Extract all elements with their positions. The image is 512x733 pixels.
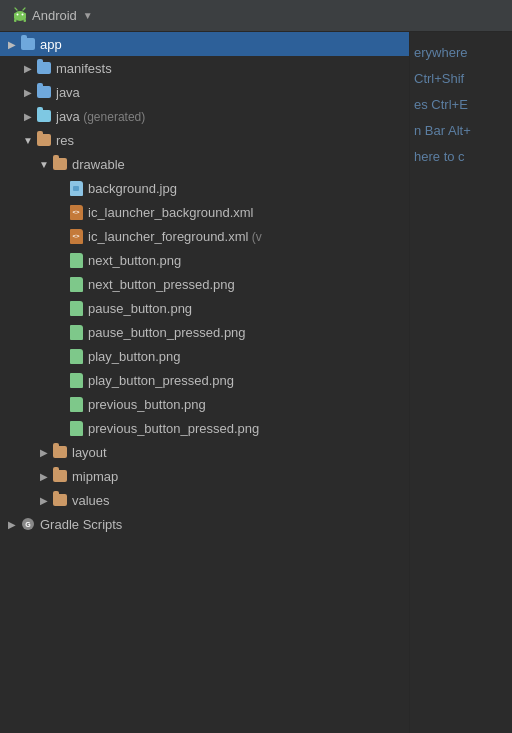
svg-point-3 (22, 14, 24, 16)
tree-item-res[interactable]: ▼res (0, 128, 409, 152)
xml-file-icon (68, 204, 84, 220)
tree-item-app[interactable]: ▶app (0, 32, 409, 56)
item-label: app (40, 37, 62, 52)
settings-button[interactable] (458, 5, 480, 27)
tree-item-previous-btn[interactable]: previous_button.png (0, 392, 409, 416)
item-label: res (56, 133, 74, 148)
image-file-icon (68, 180, 84, 196)
tree-item-manifests[interactable]: ▶manifests (0, 56, 409, 80)
tree-item-pause-btn[interactable]: pause_button.png (0, 296, 409, 320)
item-label: Gradle Scripts (40, 517, 122, 532)
toolbar: Android ▼ (0, 0, 512, 32)
item-label: ic_launcher_foreground.xml (v (88, 229, 262, 244)
item-label: play_button_pressed.png (88, 373, 234, 388)
item-label-secondary: (generated) (80, 110, 145, 124)
svg-rect-7 (24, 19, 27, 22)
arrow-icon: ▼ (36, 159, 52, 170)
folder-blue-icon (36, 60, 52, 76)
svg-point-2 (17, 14, 19, 16)
item-label: play_button.png (88, 349, 181, 364)
sync-button[interactable] (432, 5, 454, 27)
item-label: next_button.png (88, 253, 181, 268)
item-label: pause_button_pressed.png (88, 325, 246, 340)
svg-rect-1 (14, 13, 26, 19)
folder-res-icon (52, 444, 68, 460)
globe-button[interactable] (406, 5, 428, 27)
shortcut-here: here to c (414, 144, 508, 170)
folder-blue-icon (20, 36, 36, 52)
item-label: drawable (72, 157, 125, 172)
android-selector[interactable]: Android ▼ (6, 4, 99, 27)
png-file-icon (68, 348, 84, 364)
tree-item-ic-launcher-fg[interactable]: ic_launcher_foreground.xml (v (0, 224, 409, 248)
png-file-icon (68, 324, 84, 340)
item-label: java (generated) (56, 109, 145, 124)
tree-item-values[interactable]: ▶values (0, 488, 409, 512)
tree-item-next-btn-pressed[interactable]: next_button_pressed.png (0, 272, 409, 296)
tree-item-java[interactable]: ▶java (0, 80, 409, 104)
xml-file-icon (68, 228, 84, 244)
android-icon (12, 6, 28, 25)
item-label: pause_button.png (88, 301, 192, 316)
arrow-icon: ▶ (20, 87, 36, 98)
shortcut-everywhere: erywhere (414, 40, 508, 66)
item-label: next_button_pressed.png (88, 277, 235, 292)
tree-item-layout[interactable]: ▶layout (0, 440, 409, 464)
shortcut-ctrl-shift: Ctrl+Shif (414, 66, 508, 92)
svg-line-4 (15, 8, 17, 10)
arrow-icon: ▶ (36, 495, 52, 506)
arrow-icon: ▶ (36, 471, 52, 482)
arrow-icon: ▼ (20, 135, 36, 146)
android-label: Android (32, 8, 77, 23)
png-file-icon (68, 372, 84, 388)
arrow-icon: ▶ (36, 447, 52, 458)
png-file-icon (68, 420, 84, 436)
png-file-icon (68, 396, 84, 412)
arrow-icon: ▶ (20, 111, 36, 122)
tree-item-gradle-scripts[interactable]: ▶GGradle Scripts (0, 512, 409, 536)
folder-res-icon (36, 132, 52, 148)
folder-res-icon (52, 468, 68, 484)
tree-item-play-btn[interactable]: play_button.png (0, 344, 409, 368)
tree-item-java-gen[interactable]: ▶java (generated) (0, 104, 409, 128)
arrow-icon: ▶ (4, 519, 20, 530)
item-label: ic_launcher_background.xml (88, 205, 253, 220)
png-file-icon (68, 252, 84, 268)
item-label: background.jpg (88, 181, 177, 196)
tree-item-pause-btn-pressed[interactable]: pause_button_pressed.png (0, 320, 409, 344)
main-area: ▶app▶manifests▶java▶java (generated)▼res… (0, 32, 512, 733)
folder-special-icon (36, 108, 52, 124)
item-label: values (72, 493, 110, 508)
svg-line-5 (23, 8, 25, 10)
gradle-icon: G (20, 516, 36, 532)
file-tree: ▶app▶manifests▶java▶java (generated)▼res… (0, 32, 410, 733)
tree-item-previous-btn-pressed[interactable]: previous_button_pressed.png (0, 416, 409, 440)
arrow-icon: ▶ (20, 63, 36, 74)
item-label: layout (72, 445, 107, 460)
item-label-secondary: (v (248, 230, 261, 244)
png-file-icon (68, 276, 84, 292)
tree-item-ic-launcher-bg[interactable]: ic_launcher_background.xml (0, 200, 409, 224)
folder-res-icon (52, 492, 68, 508)
tree-item-next-btn[interactable]: next_button.png (0, 248, 409, 272)
arrow-icon: ▶ (4, 39, 20, 50)
chevron-down-icon: ▼ (83, 10, 93, 21)
shortcut-alt: n Bar Alt+ (414, 118, 508, 144)
svg-text:G: G (25, 521, 31, 528)
item-label: manifests (56, 61, 112, 76)
tree-item-background-jpg[interactable]: background.jpg (0, 176, 409, 200)
item-label: mipmap (72, 469, 118, 484)
minimize-button[interactable] (484, 5, 506, 27)
item-label: java (56, 85, 80, 100)
svg-rect-6 (14, 19, 17, 22)
item-label: previous_button_pressed.png (88, 421, 259, 436)
tree-item-drawable[interactable]: ▼drawable (0, 152, 409, 176)
item-label: previous_button.png (88, 397, 206, 412)
tree-item-play-btn-pressed[interactable]: play_button_pressed.png (0, 368, 409, 392)
shortcut-ctrl-e: es Ctrl+E (414, 92, 508, 118)
folder-blue-icon (36, 84, 52, 100)
folder-res-icon (52, 156, 68, 172)
png-file-icon (68, 300, 84, 316)
right-panel: erywhere Ctrl+Shif es Ctrl+E n Bar Alt+ … (410, 32, 512, 733)
tree-item-mipmap[interactable]: ▶mipmap (0, 464, 409, 488)
